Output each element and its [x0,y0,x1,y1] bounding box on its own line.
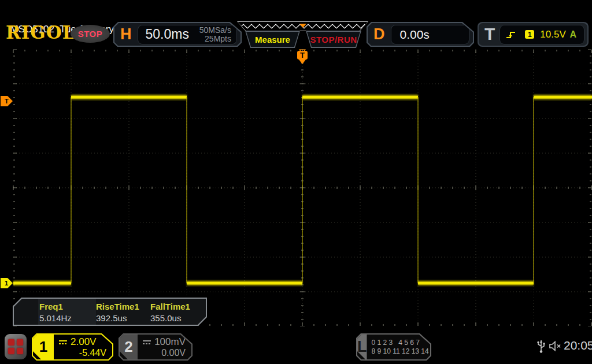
menu-grid-button[interactable] [5,334,27,359]
logic-key-label: L [357,335,367,359]
ch1-waveform-band [302,96,418,99]
channel-2-scale: 100mV [154,336,186,348]
trigger-slope-icon [505,29,517,39]
menu-dot [17,339,23,346]
sound-muted-icon [548,339,563,355]
measurement-falltime[interactable]: FallTime1 355.0us [150,299,202,325]
trigger-level-marker-label: T [5,98,9,105]
clock-time: 20:05 [564,339,592,352]
menu-dot [8,339,14,346]
channel-1-number: 1 [33,335,54,359]
channel-1-position-marker-label: 1 [5,280,8,287]
trigger-level-value: 10.5V [540,29,565,40]
measurement-results-panel[interactable]: Freq1 5.014Hz RiseTime1 392.5us FallTime… [13,298,207,326]
usb-icon [536,338,546,356]
measurement-risetime[interactable]: RiseTime1 392.5us [96,299,150,325]
measurement-freq[interactable]: Freq1 5.014Hz [38,299,96,325]
acquisition-state-badge: STOP [71,25,110,43]
timebase-value: 50.0ms [138,27,199,42]
logic-row-8-15: 8 9 10 11 12 13 14 15 [372,347,432,356]
header-bar: RIGOL STOP H 50.0ms 50MSa/s 25Mpts Measu… [0,20,592,49]
logic-channels-badge[interactable]: L 0 1 2 3 4 5 6 7 8 9 10 11 12 13 14 15 [356,333,431,361]
waveform-position-zigzag [238,22,368,31]
channel-2-number: 2 [120,335,138,359]
rigol-logo: RIGOL [6,22,76,43]
ch1-waveform-band [534,96,592,99]
horizontal-position-indicator[interactable] [237,21,368,31]
channel-2-offset: 0.00V [142,348,186,358]
bottom-bar: 1 2.00V -5.44V 2 [0,330,592,364]
channel-1-offset: -5.44V [58,348,106,358]
menu-dot [17,348,23,354]
delay-panel[interactable]: D 0.00s [367,22,474,47]
channel-1-badge[interactable]: 1 2.00V -5.44V [32,333,113,361]
horizontal-panel[interactable]: H 50.0ms 50MSa/s 25Mpts [113,22,242,47]
delay-key-label: D [368,25,391,43]
waveform-display-area[interactable]: T1T [0,49,592,326]
channel-1-scale: 2.00V [71,336,96,348]
horizontal-key-label: H [114,25,138,43]
delay-value: 0.00s [391,28,430,42]
ch1-waveform-band [13,282,71,285]
sample-rate-and-depth: 50MSa/s 25Mpts [199,26,237,43]
ch1-waveform-band [71,96,187,99]
dc-coupling-icon [142,339,151,345]
trigger-key-label: T [479,24,500,45]
trigger-position-marker-label: T [300,51,305,60]
channel-2-badge[interactable]: 2 100mV 0.00V [119,333,193,361]
ch1-waveform-band [418,282,534,285]
trigger-source-badge: 1 [525,30,534,39]
trigger-panel[interactable]: T 1 10.5V A [478,22,589,47]
measure-button[interactable]: Measure [245,31,300,48]
stop-run-button[interactable]: STOP/RUN [306,31,361,48]
dc-coupling-icon [58,339,68,345]
menu-dot [8,348,14,354]
status-bar: MSO5102 Tue January 27 20:05:39 2026 [0,0,592,20]
ch1-waveform-band [187,282,302,285]
logic-row-0-7: 0 1 2 3 4 5 6 7 [372,339,432,347]
trigger-mode-auto: A [569,29,584,40]
graticule-and-waveform: T1T [0,49,592,326]
